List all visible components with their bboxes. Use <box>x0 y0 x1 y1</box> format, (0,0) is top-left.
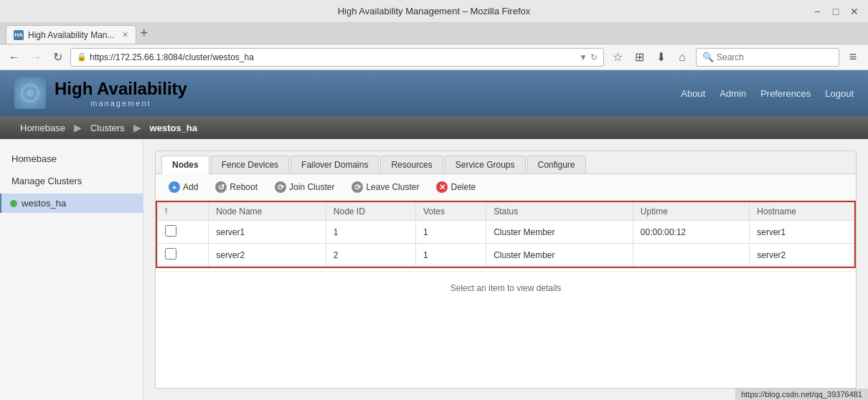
logo-text: High Availability management <box>55 79 187 108</box>
cell-hostname: server1 <box>750 221 854 244</box>
titlebar: High Availability Management – Mozilla F… <box>0 0 868 23</box>
new-tab-button[interactable]: + <box>141 26 148 44</box>
lock-icon: 🔒 <box>77 52 87 62</box>
cell-node-id: 2 <box>326 244 415 267</box>
cell-node-name: server1 <box>209 221 326 244</box>
content-area: Nodes Fence Devices Failover Domains Res… <box>143 139 868 400</box>
nodes-table: ! Node Name Node ID Votes Status Uptime … <box>157 202 854 267</box>
tab-nodes[interactable]: Nodes <box>161 156 209 174</box>
address-icons: ▼ ↻ <box>579 52 598 62</box>
logo-icon <box>14 77 46 109</box>
bookmark-star-button[interactable]: ☆ <box>608 48 627 67</box>
col-status: Status <box>486 203 633 221</box>
tab-favicon: HA <box>14 30 24 40</box>
sidebar: Homebase Manage Clusters westos_ha <box>0 139 143 400</box>
addressbar: ← → ↻ 🔒 ▼ ↻ ☆ ⊞ ⬇ ⌂ 🔍 ≡ <box>0 44 868 70</box>
menu-button[interactable]: ≡ <box>844 48 862 67</box>
maximize-button[interactable]: □ <box>828 4 844 19</box>
window-title: High Availability Management – Mozilla F… <box>338 6 531 16</box>
table-container: ! Node Name Node ID Votes Status Uptime … <box>156 201 856 268</box>
leave-cluster-button[interactable]: ⟳ Leave Cluster <box>347 180 423 194</box>
col-votes: Votes <box>415 203 486 221</box>
browser-tabbar: HA High Availability Man... ✕ + <box>0 23 868 44</box>
row-checkbox-0[interactable] <box>165 225 176 237</box>
tab-label: High Availability Man... <box>28 30 115 40</box>
breadcrumb-homebase[interactable]: Homebase <box>11 116 74 139</box>
back-button[interactable]: ← <box>6 49 23 66</box>
sidebar-item-homebase[interactable]: Homebase <box>0 148 143 170</box>
refresh-button[interactable]: ↻ <box>49 49 66 66</box>
leave-icon: ⟳ <box>352 181 363 193</box>
sidebar-item-manage-clusters[interactable]: Manage Clusters <box>0 170 143 192</box>
table-row[interactable]: server1 1 1 Cluster Member 00:00:00:12 s… <box>158 221 854 244</box>
cell-node-id: 1 <box>326 221 415 244</box>
col-alert: ! <box>158 203 209 221</box>
add-button[interactable]: + Add <box>164 180 202 194</box>
reboot-label: Reboot <box>230 182 258 192</box>
tab-bar: Nodes Fence Devices Failover Domains Res… <box>156 151 856 174</box>
logo-main-text: High Availability <box>55 79 187 99</box>
select-message: Select an item to view details <box>156 271 856 305</box>
cell-status: Cluster Member <box>486 244 633 267</box>
forward-button[interactable]: → <box>27 49 44 66</box>
cluster-status-dot <box>10 200 17 207</box>
tab-configure[interactable]: Configure <box>527 156 586 173</box>
cell-votes: 1 <box>415 244 486 267</box>
col-node-name: Node Name <box>209 203 326 221</box>
tab-fence-devices[interactable]: Fence Devices <box>211 156 289 173</box>
app-nav-links: About Admin Preferences Logout <box>681 88 854 99</box>
dropdown-icon: ▼ <box>579 52 588 62</box>
cell-votes: 1 <box>415 221 486 244</box>
nav-about[interactable]: About <box>681 88 705 99</box>
close-button[interactable]: ✕ <box>846 4 862 19</box>
logo-sub-text: management <box>55 99 187 108</box>
home-sync-button[interactable]: ⊞ <box>630 48 648 67</box>
breadcrumb-clusters[interactable]: Clusters <box>82 116 133 139</box>
statusbar-url: https://blog.csdn.net/qq_39376481 <box>741 390 862 399</box>
download-button[interactable]: ⬇ <box>651 48 670 67</box>
nav-logout[interactable]: Logout <box>825 88 854 99</box>
delete-label: Delete <box>450 182 476 192</box>
leave-label: Leave Cluster <box>366 182 419 192</box>
delete-button[interactable]: ✕ Delete <box>432 180 480 194</box>
tab-close-button[interactable]: ✕ <box>122 30 128 39</box>
breadcrumb: Homebase ▶ Clusters ▶ westos_ha <box>0 116 868 139</box>
cell-status: Cluster Member <box>486 221 633 244</box>
tab-resources[interactable]: Resources <box>380 156 443 173</box>
col-hostname: Hostname <box>750 203 854 221</box>
sidebar-cluster-item[interactable]: westos_ha <box>0 194 143 213</box>
reboot-button[interactable]: ↺ Reboot <box>211 180 262 194</box>
tab-service-groups[interactable]: Service Groups <box>445 156 526 173</box>
browser-tab[interactable]: HA High Availability Man... ✕ <box>6 25 136 44</box>
row-checkbox-1[interactable] <box>165 248 176 259</box>
window-controls: − □ ✕ <box>809 4 862 19</box>
cell-uptime <box>633 244 749 267</box>
action-toolbar: + Add ↺ Reboot ⟳ Join Cluster ⟳ Leave Cl… <box>156 174 856 201</box>
breadcrumb-arrow-2: ▶ <box>133 122 141 133</box>
col-node-id: Node ID <box>326 203 415 221</box>
minimize-button[interactable]: − <box>809 4 825 19</box>
statusbar: https://blog.csdn.net/qq_39376481 <box>735 389 868 400</box>
add-icon: + <box>169 181 180 193</box>
table-row[interactable]: server2 2 1 Cluster Member server2 <box>158 244 854 267</box>
app-logo: High Availability management <box>14 77 187 109</box>
search-box: 🔍 <box>696 48 839 67</box>
join-cluster-button[interactable]: ⟳ Join Cluster <box>270 180 339 194</box>
content-panel: Nodes Fence Devices Failover Domains Res… <box>155 151 857 389</box>
delete-icon: ✕ <box>436 181 448 193</box>
tab-failover-domains[interactable]: Failover Domains <box>291 156 379 173</box>
cell-node-name: server2 <box>209 244 326 267</box>
search-input[interactable] <box>717 52 833 62</box>
cell-checkbox[interactable] <box>158 221 209 244</box>
nav-admin[interactable]: Admin <box>720 88 746 99</box>
nav-preferences[interactable]: Preferences <box>760 88 811 99</box>
toolbar-icons: ☆ ⊞ ⬇ ⌂ <box>608 48 692 67</box>
breadcrumb-cluster-name[interactable]: westos_ha <box>141 116 206 139</box>
home-button[interactable]: ⌂ <box>673 48 692 67</box>
cluster-name: westos_ha <box>22 198 66 209</box>
join-label: Join Cluster <box>289 182 334 192</box>
address-input[interactable] <box>90 52 576 62</box>
cell-checkbox[interactable] <box>158 244 209 267</box>
table-header-row: ! Node Name Node ID Votes Status Uptime … <box>158 203 854 221</box>
app-header: High Availability management About Admin… <box>0 70 868 116</box>
